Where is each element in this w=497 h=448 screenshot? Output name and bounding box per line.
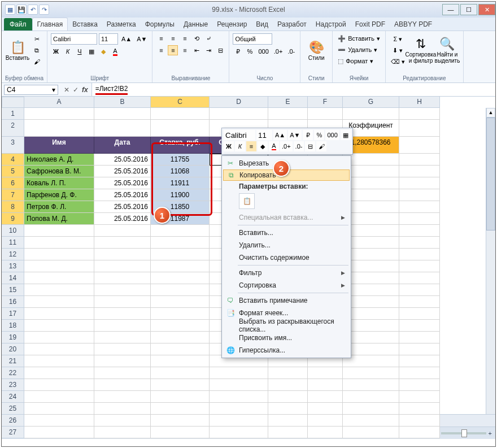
wrap-text-icon[interactable]: ⤶ bbox=[203, 33, 213, 44]
cut-icon[interactable]: ✂ bbox=[32, 34, 42, 44]
row-header[interactable]: 12 bbox=[2, 249, 24, 260]
cell[interactable] bbox=[24, 225, 94, 237]
cell[interactable] bbox=[24, 296, 94, 308]
cell[interactable] bbox=[151, 343, 210, 355]
cell[interactable] bbox=[94, 225, 151, 237]
cell[interactable] bbox=[24, 427, 94, 438]
mini-shrink-icon[interactable]: A▼ bbox=[288, 130, 302, 140]
row-header[interactable]: 3 bbox=[2, 137, 24, 154]
mini-font-combo[interactable] bbox=[224, 130, 255, 140]
tab-addins[interactable]: Надстрой bbox=[311, 18, 351, 31]
cell[interactable]: 11900 bbox=[151, 189, 210, 201]
align-middle-icon[interactable]: ≡ bbox=[168, 33, 178, 44]
cell[interactable] bbox=[399, 320, 440, 332]
row-header[interactable]: 22 bbox=[2, 367, 24, 379]
cell[interactable]: Петров Ф. Л. bbox=[24, 201, 94, 213]
cell[interactable] bbox=[151, 320, 210, 332]
cell[interactable]: 25.05.2016 bbox=[94, 201, 151, 213]
format-painter-icon[interactable]: 🖌 bbox=[32, 56, 42, 67]
cell[interactable] bbox=[399, 137, 440, 154]
cell[interactable]: Сафронова В. М. bbox=[24, 166, 94, 177]
mini-grow-icon[interactable]: A▲ bbox=[273, 130, 287, 140]
cell[interactable] bbox=[24, 403, 94, 415]
cell[interactable] bbox=[343, 415, 399, 427]
cell[interactable] bbox=[94, 355, 151, 367]
cell[interactable] bbox=[399, 166, 440, 177]
cell[interactable] bbox=[399, 237, 440, 249]
cell[interactable] bbox=[151, 332, 210, 343]
row-header[interactable]: 18 bbox=[2, 320, 24, 332]
cell[interactable] bbox=[94, 108, 151, 120]
cell[interactable] bbox=[24, 332, 94, 343]
cell[interactable] bbox=[343, 225, 399, 237]
row-header[interactable]: 21 bbox=[2, 355, 24, 367]
inc-decimal-icon[interactable]: .0+ bbox=[272, 46, 285, 56]
cell[interactable] bbox=[94, 379, 151, 391]
styles-button[interactable]: 🎨Стили bbox=[304, 33, 329, 67]
cancel-formula-icon[interactable]: ✕ bbox=[64, 86, 69, 94]
cell[interactable] bbox=[24, 308, 94, 320]
cell[interactable] bbox=[151, 379, 210, 391]
cell[interactable] bbox=[343, 296, 399, 308]
cell[interactable]: 25.05.2016 bbox=[94, 177, 151, 189]
cell[interactable] bbox=[268, 108, 308, 120]
ctx-paste-special[interactable]: Специальная вставка...▶ bbox=[223, 211, 350, 224]
col-header[interactable]: C bbox=[151, 97, 210, 108]
mini-comma-icon[interactable]: 000 bbox=[325, 130, 339, 140]
cell[interactable] bbox=[94, 308, 151, 320]
mini-merge-icon[interactable]: ⊟ bbox=[305, 141, 315, 151]
cell[interactable] bbox=[268, 367, 308, 379]
select-all-corner[interactable] bbox=[2, 97, 24, 108]
cell[interactable]: 25.05.2016 bbox=[94, 213, 151, 225]
cell[interactable] bbox=[399, 120, 440, 137]
row-header[interactable]: 14 bbox=[2, 272, 24, 284]
cell[interactable] bbox=[343, 189, 399, 201]
col-header[interactable]: D bbox=[210, 97, 268, 108]
cell[interactable] bbox=[268, 379, 308, 391]
cell[interactable] bbox=[151, 225, 210, 237]
cell[interactable] bbox=[151, 260, 210, 272]
cell[interactable] bbox=[94, 427, 151, 438]
row-header[interactable]: 10 bbox=[2, 225, 24, 237]
row-header[interactable]: 6 bbox=[2, 177, 24, 189]
cell[interactable] bbox=[268, 415, 308, 427]
cell[interactable] bbox=[94, 391, 151, 403]
cell[interactable] bbox=[24, 379, 94, 391]
cell[interactable] bbox=[94, 332, 151, 343]
mini-align-icon[interactable]: ≡ bbox=[246, 141, 256, 151]
tab-abbyy[interactable]: ABBYY PDF bbox=[390, 18, 437, 31]
cell[interactable] bbox=[399, 177, 440, 189]
cell[interactable] bbox=[343, 332, 399, 343]
italic-button[interactable]: К bbox=[63, 46, 73, 56]
minimize-button[interactable]: — bbox=[442, 4, 459, 15]
mini-painter-icon[interactable]: 🖌 bbox=[316, 141, 326, 151]
cell[interactable] bbox=[24, 415, 94, 427]
row-header[interactable]: 16 bbox=[2, 296, 24, 308]
cell[interactable] bbox=[151, 427, 210, 438]
cell[interactable] bbox=[210, 367, 268, 379]
row-header[interactable]: 9 bbox=[2, 213, 24, 225]
clear-icon[interactable]: ⌫ ▾ bbox=[389, 56, 407, 67]
cell[interactable] bbox=[268, 403, 308, 415]
row-header[interactable]: 5 bbox=[2, 166, 24, 177]
ctx-delete[interactable]: Удалить... bbox=[223, 239, 350, 251]
cell[interactable] bbox=[343, 355, 399, 367]
cell[interactable]: 25.05.2016 bbox=[94, 189, 151, 201]
cell[interactable] bbox=[399, 272, 440, 284]
cell[interactable] bbox=[399, 427, 440, 438]
cell[interactable]: Имя bbox=[24, 137, 94, 154]
merge-icon[interactable]: ⊟ bbox=[215, 45, 225, 55]
cell[interactable] bbox=[399, 260, 440, 272]
col-header[interactable]: B bbox=[94, 97, 151, 108]
cell[interactable] bbox=[399, 332, 440, 343]
ctx-sort[interactable]: Сортировка▶ bbox=[223, 279, 350, 292]
percent-icon[interactable]: % bbox=[245, 46, 255, 56]
mini-currency-icon[interactable]: ₽ bbox=[303, 130, 313, 140]
cell[interactable] bbox=[308, 379, 343, 391]
mini-border-icon[interactable]: ▦ bbox=[341, 130, 351, 140]
col-header[interactable]: F bbox=[308, 97, 343, 108]
tab-foxit[interactable]: Foxit PDF bbox=[351, 18, 390, 31]
cell[interactable] bbox=[343, 237, 399, 249]
dec-decimal-icon[interactable]: .0- bbox=[286, 46, 297, 56]
row-header[interactable]: 11 bbox=[2, 237, 24, 249]
